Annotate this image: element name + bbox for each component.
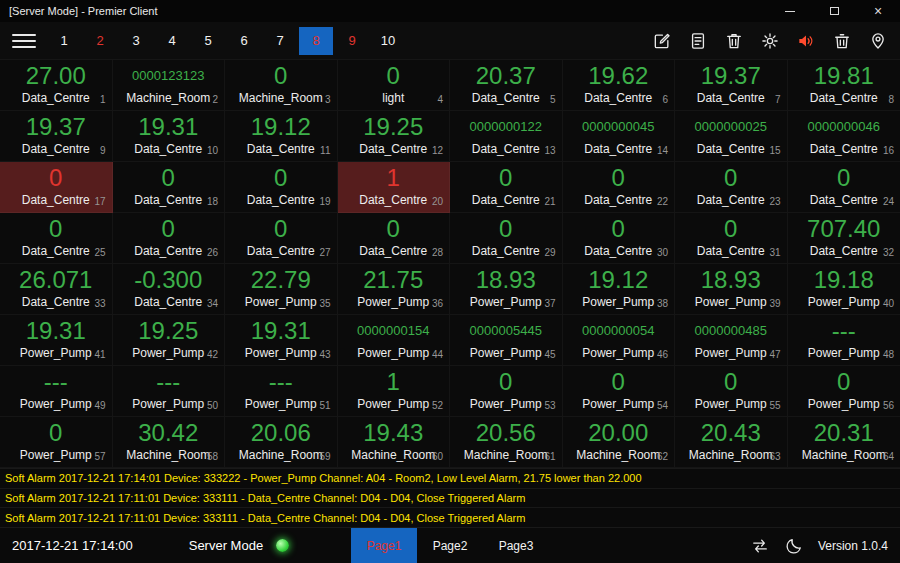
menu-icon[interactable]: [12, 34, 36, 48]
grid-cell-47[interactable]: 0000000485Power_Pump47: [675, 315, 788, 366]
cell-label: light: [382, 91, 404, 105]
grid-cell-10[interactable]: 19.31Data_Centre10: [113, 111, 226, 162]
grid-cell-17[interactable]: 0Data_Centre17: [0, 162, 113, 213]
cell-value: 20.43: [701, 420, 761, 446]
grid-cell-44[interactable]: 0000000154Power_Pump44: [338, 315, 451, 366]
cell-index: 48: [883, 349, 894, 360]
grid-cell-33[interactable]: 26.071Data_Centre33: [0, 264, 113, 315]
grid-cell-27[interactable]: 0Data_Centre27: [225, 213, 338, 264]
grid-cell-54[interactable]: 0Power_Pump54: [563, 366, 676, 417]
close-button[interactable]: ×: [856, 0, 900, 22]
grid-cell-40[interactable]: 19.18Power_Pump40: [788, 264, 900, 315]
speaker-icon[interactable]: [796, 31, 816, 51]
grid-cell-15[interactable]: 0000000025Data_Centre15: [675, 111, 788, 162]
grid-cell-14[interactable]: 0000000045Data_Centre14: [563, 111, 676, 162]
document-icon[interactable]: [688, 31, 708, 51]
grid-cell-5[interactable]: 20.37Data_Centre5: [450, 60, 563, 111]
page-tab-Page2[interactable]: Page2: [417, 528, 483, 563]
grid-cell-60[interactable]: 19.43Machine_Room60: [338, 417, 451, 468]
grid-cell-63[interactable]: 20.43Machine_Room63: [675, 417, 788, 468]
alarm-message[interactable]: Soft Alarm 2017-12-21 17:11:01 Device: 3…: [0, 508, 900, 527]
grid-cell-11[interactable]: 19.12Data_Centre11: [225, 111, 338, 162]
grid-cell-8[interactable]: 19.81Data_Centre8: [788, 60, 900, 111]
grid-cell-55[interactable]: 0Power_Pump55: [675, 366, 788, 417]
grid-cell-59[interactable]: 20.06Machine_Room59: [225, 417, 338, 468]
grid-cell-16[interactable]: 0000000046Data_Centre16: [788, 111, 900, 162]
page-tab-Page3[interactable]: Page3: [483, 528, 549, 563]
cell-value: ---: [832, 318, 856, 344]
cell-value: 18.93: [476, 267, 536, 293]
grid-cell-41[interactable]: 19.31Power_Pump41: [0, 315, 113, 366]
grid-cell-1[interactable]: 27.00Data_Centre1: [0, 60, 113, 111]
grid-cell-9[interactable]: 19.37Data_Centre9: [0, 111, 113, 162]
grid-cell-62[interactable]: 20.00Machine_Room62: [563, 417, 676, 468]
grid-cell-43[interactable]: 19.31Power_Pump43: [225, 315, 338, 366]
toolbar-tab-4[interactable]: 4: [155, 27, 189, 55]
grid-cell-3[interactable]: 0Machine_Room3: [225, 60, 338, 111]
grid-cell-28[interactable]: 0Data_Centre28: [338, 213, 451, 264]
location-icon[interactable]: [868, 31, 888, 51]
toolbar-tab-8[interactable]: 8: [299, 27, 333, 55]
grid-cell-35[interactable]: 22.79Power_Pump35: [225, 264, 338, 315]
toolbar-tab-6[interactable]: 6: [227, 27, 261, 55]
grid-cell-21[interactable]: 0Data_Centre21: [450, 162, 563, 213]
clear-alarm-icon[interactable]: [832, 31, 852, 51]
grid-cell-50[interactable]: ---Power_Pump50: [113, 366, 226, 417]
grid-cell-2[interactable]: 0000123123Machine_Room2: [113, 60, 226, 111]
moon-icon[interactable]: [784, 536, 804, 556]
grid-cell-39[interactable]: 18.93Power_Pump39: [675, 264, 788, 315]
grid-cell-7[interactable]: 19.37Data_Centre7: [675, 60, 788, 111]
toolbar-tab-2[interactable]: 2: [83, 27, 117, 55]
grid-cell-29[interactable]: 0Data_Centre29: [450, 213, 563, 264]
grid-cell-31[interactable]: 0Data_Centre31: [675, 213, 788, 264]
page-tab-Page1[interactable]: Page1: [351, 528, 417, 563]
grid-cell-34[interactable]: -0.300Data_Centre34: [113, 264, 226, 315]
grid-cell-30[interactable]: 0Data_Centre30: [563, 213, 676, 264]
grid-cell-22[interactable]: 0Data_Centre22: [563, 162, 676, 213]
grid-cell-52[interactable]: 1Power_Pump52: [338, 366, 451, 417]
grid-cell-57[interactable]: 0Power_Pump57: [0, 417, 113, 468]
maximize-button[interactable]: [812, 0, 856, 22]
toolbar-tab-9[interactable]: 9: [335, 27, 369, 55]
grid-cell-23[interactable]: 0Data_Centre23: [675, 162, 788, 213]
grid-cell-6[interactable]: 19.62Data_Centre6: [563, 60, 676, 111]
grid-cell-53[interactable]: 0Power_Pump53: [450, 366, 563, 417]
minimize-button[interactable]: [768, 0, 812, 22]
grid-cell-49[interactable]: ---Power_Pump49: [0, 366, 113, 417]
grid-cell-38[interactable]: 19.12Power_Pump38: [563, 264, 676, 315]
grid-cell-19[interactable]: 0Data_Centre19: [225, 162, 338, 213]
settings-icon[interactable]: [760, 31, 780, 51]
toolbar-tab-7[interactable]: 7: [263, 27, 297, 55]
toolbar-tab-1[interactable]: 1: [47, 27, 81, 55]
trash-icon[interactable]: [724, 31, 744, 51]
edit-icon[interactable]: [652, 31, 672, 51]
cell-value: 0000000046: [808, 114, 880, 140]
grid-cell-36[interactable]: 21.75Power_Pump36: [338, 264, 451, 315]
cell-label: Data_Centre: [359, 142, 427, 156]
grid-cell-45[interactable]: 0000005445Power_Pump45: [450, 315, 563, 366]
grid-cell-25[interactable]: 0Data_Centre25: [0, 213, 113, 264]
toolbar-tab-3[interactable]: 3: [119, 27, 153, 55]
grid-cell-24[interactable]: 0Data_Centre24: [788, 162, 900, 213]
grid-cell-51[interactable]: ---Power_Pump51: [225, 366, 338, 417]
grid-cell-58[interactable]: 30.42Machine_Room58: [113, 417, 226, 468]
alarm-message[interactable]: Soft Alarm 2017-12-21 17:14:01 Device: 3…: [0, 469, 900, 489]
grid-cell-20[interactable]: 1Data_Centre20: [338, 162, 451, 213]
grid-cell-64[interactable]: 20.31Machine_Room64: [788, 417, 900, 468]
grid-cell-61[interactable]: 20.56Machine_Room61: [450, 417, 563, 468]
toolbar-tab-5[interactable]: 5: [191, 27, 225, 55]
sync-icon[interactable]: [750, 536, 770, 556]
grid-cell-12[interactable]: 19.25Data_Centre12: [338, 111, 451, 162]
grid-cell-32[interactable]: 707.40Data_Centre32: [788, 213, 900, 264]
grid-cell-4[interactable]: 0light4: [338, 60, 451, 111]
grid-cell-26[interactable]: 0Data_Centre26: [113, 213, 226, 264]
grid-cell-42[interactable]: 19.25Power_Pump42: [113, 315, 226, 366]
alarm-message[interactable]: Soft Alarm 2017-12-21 17:11:01 Device: 3…: [0, 489, 900, 509]
grid-cell-48[interactable]: ---Power_Pump48: [788, 315, 900, 366]
grid-cell-56[interactable]: 0Power_Pump56: [788, 366, 900, 417]
grid-cell-13[interactable]: 0000000122Data_Centre13: [450, 111, 563, 162]
grid-cell-37[interactable]: 18.93Power_Pump37: [450, 264, 563, 315]
grid-cell-46[interactable]: 0000000054Power_Pump46: [563, 315, 676, 366]
toolbar-tab-10[interactable]: 10: [371, 27, 405, 55]
grid-cell-18[interactable]: 0Data_Centre18: [113, 162, 226, 213]
